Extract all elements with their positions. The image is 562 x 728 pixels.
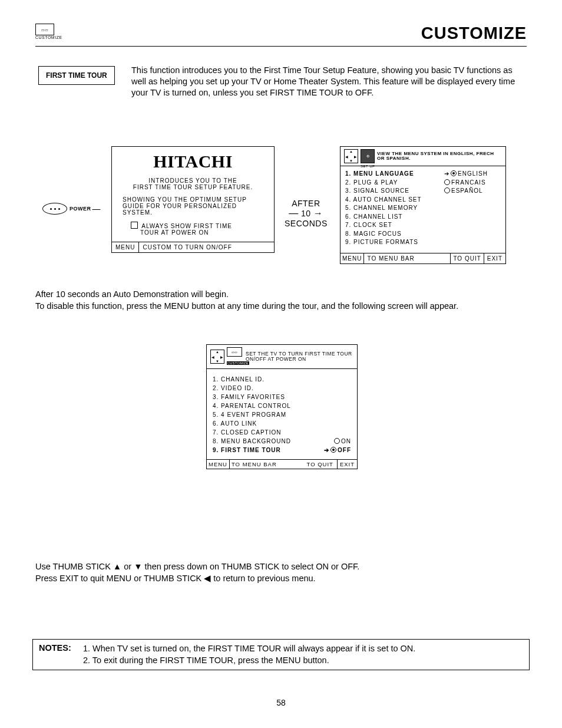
hitachi-line1b: FIRST TIME TOUR SETUP FEATURE. (133, 184, 253, 190)
corner-icon: ▭▭ CUSTOMIZE (35, 24, 62, 39)
hitachi-logo: HITACHI (112, 147, 274, 174)
hitachi-foot-custom: CUSTOM TO TURN ON/OFF (139, 242, 274, 252)
cmenu-1[interactable]: 1. CHANNEL ID. (213, 375, 351, 384)
cmenu-9[interactable]: 9. FIRST TIME TOUR ➔OFF (213, 446, 351, 454)
cfoot-quit: TO QUIT (303, 460, 337, 469)
customize-footer: MENU TO MENU BAR TO QUIT EXIT (207, 459, 357, 469)
cfoot-bar: TO MENU BAR (230, 460, 303, 469)
menu-item-7[interactable]: 7. CLOCK SET (345, 221, 444, 230)
menu-item-9[interactable]: 9. PICTURE FORMATS (345, 238, 444, 247)
cfoot-menu[interactable]: MENU (207, 460, 230, 469)
after-10-seconds: AFTER — 10 → SECONDS (285, 199, 328, 229)
lang-espanol[interactable]: ESPAÑOL (444, 187, 501, 196)
instructions: Use THUMB STICK ▲ or ▼ then press down o… (35, 561, 527, 584)
mid-line2: To disable this function, press the MENU… (35, 301, 458, 311)
check-line1: ALWAYS SHOW FIRST TIME (141, 223, 232, 229)
always-show-checkbox-row[interactable]: ALWAYS SHOW FIRST TIME TOUR AT POWER ON (123, 222, 263, 236)
setup-icon-label: SET UP (361, 164, 375, 168)
setup-foot-exit[interactable]: EXIT (484, 253, 505, 263)
setup-icon: ⚙ (361, 149, 375, 163)
menu-item-4[interactable]: 4. AUTO CHANNEL SET (345, 196, 444, 205)
hitachi-line1a: INTRODUCES YOU TO THE (148, 177, 237, 184)
page-number: 58 (0, 698, 562, 707)
lang-english[interactable]: ➔ENGLISH (444, 170, 501, 179)
radio-icon[interactable] (444, 187, 450, 193)
language-options: ➔ENGLISH FRANCAIS ESPAÑOL (444, 170, 501, 247)
instr-line1: Use THUMB STICK ▲ or ▼ then press down o… (35, 562, 359, 571)
note-1: 1. When TV set is turned on, the FIRST T… (83, 643, 523, 655)
menu-item-1[interactable]: 1. MENU LANGUAGE (345, 170, 444, 179)
power-indicator: POWER — (42, 203, 101, 215)
lang-francais[interactable]: FRANCAIS (444, 179, 501, 187)
arrow-line-icon: — (92, 204, 101, 213)
radio-selected-icon[interactable] (330, 447, 336, 453)
power-label: POWER (70, 206, 91, 212)
after-l1: AFTER (285, 199, 328, 208)
cmenu-8[interactable]: 8. MENU BACKGROUND ON (213, 437, 351, 446)
setup-footer: MENU TO MENU BAR TO QUIT EXIT (340, 253, 505, 263)
setup-head-text: VIEW THE MENU SYSTEM IN ENGLISH, FRECH O… (377, 151, 502, 162)
customize-icon-label: CUSTOMIZE (227, 361, 249, 365)
power-oval-icon (42, 203, 67, 215)
radio-icon[interactable] (334, 438, 340, 444)
hitachi-panel: HITACHI INTRODUCES YOU TO THE FIRST TIME… (111, 146, 275, 253)
monitor-icon: ▭▭ (227, 347, 242, 357)
mid-paragraph: After 10 seconds an Auto Demonstration w… (35, 289, 527, 312)
header-rule (35, 46, 527, 47)
setup-menu-list[interactable]: 1. MENU LANGUAGE 2. PLUG & PLAY 3. SIGNA… (345, 170, 444, 247)
menu-item-5[interactable]: 5. CHANNEL MEMORY (345, 204, 444, 213)
customize-panel: ▲▼◀▶ ▭▭ CUSTOMIZE SET THE TV TO TURN FIR… (206, 344, 358, 469)
monitor-icon: ▭▭ (35, 24, 54, 35)
nav-diamond-icon: ▲▼◀▶ (344, 149, 358, 163)
cmenu-3[interactable]: 3. FAMILY FAVORITES (213, 393, 351, 401)
radio-selected-icon[interactable] (451, 170, 457, 176)
customize-menu-list[interactable]: 1. CHANNEL ID. 2. VIDEO ID. 3. FAMILY FA… (207, 369, 357, 459)
hitachi-footer: MENU CUSTOM TO TURN ON/OFF (112, 242, 274, 252)
intro-paragraph: This function introduces you to the Firs… (131, 65, 527, 98)
cmenu-2[interactable]: 2. VIDEO ID. (213, 384, 351, 393)
instr-line2: Press EXIT to quit MENU or THUMB STICK ◀… (35, 574, 316, 583)
first-time-tour-box: FIRST TIME TOUR (38, 66, 115, 85)
after-l2: 10 (301, 209, 311, 218)
radio-icon[interactable] (444, 179, 450, 185)
cmenu-7[interactable]: 7. CLOSED CAPTION (213, 428, 351, 437)
cmenu-6[interactable]: 6. AUTO LINK (213, 419, 351, 428)
setup-foot-bar: TO MENU BAR (364, 253, 450, 263)
hitachi-line2: SHOWING YOU THE OPTIMUM SETUP GUIDE FOR … (123, 196, 263, 216)
customize-head-text: SET THE TV TO TURN FIRST TIME TOUR ON/OF… (246, 351, 353, 362)
menu-item-8[interactable]: 8. MAGIC FOCUS (345, 230, 444, 239)
cmenu-5[interactable]: 5. 4 EVENT PROGRAM (213, 410, 351, 419)
menu-item-2[interactable]: 2. PLUG & PLAY (345, 179, 444, 187)
hitachi-foot-menu[interactable]: MENU (112, 242, 139, 252)
setup-foot-quit: TO QUIT (450, 253, 483, 263)
cfoot-exit[interactable]: EXIT (337, 460, 357, 469)
notes-label: NOTES: (39, 643, 83, 666)
menu-item-6[interactable]: 6. CHANNEL LIST (345, 213, 444, 222)
setup-foot-menu[interactable]: MENU (340, 253, 364, 263)
notes-box: NOTES: 1. When TV set is turned on, the … (32, 639, 530, 670)
corner-icon-label: CUSTOMIZE (35, 35, 62, 39)
page-title: CUSTOMIZE (421, 24, 527, 43)
after-l3: SECONDS (285, 219, 328, 228)
menu-item-3[interactable]: 3. SIGNAL SOURCE (345, 187, 444, 196)
checkbox-icon[interactable] (131, 222, 138, 229)
note-2: 2. To exit during the FIRST TIME TOUR, p… (83, 655, 523, 667)
check-line2: TOUR AT POWER ON (140, 229, 209, 236)
cmenu-4[interactable]: 4. PARENTAL CONTROL (213, 401, 351, 410)
setup-panel: ▲▼◀▶ ⚙ SET UP VIEW THE MENU SYSTEM IN EN… (340, 146, 506, 264)
mid-line1: After 10 seconds an Auto Demonstration w… (35, 289, 229, 299)
nav-diamond-icon: ▲▼◀▶ (210, 350, 224, 364)
